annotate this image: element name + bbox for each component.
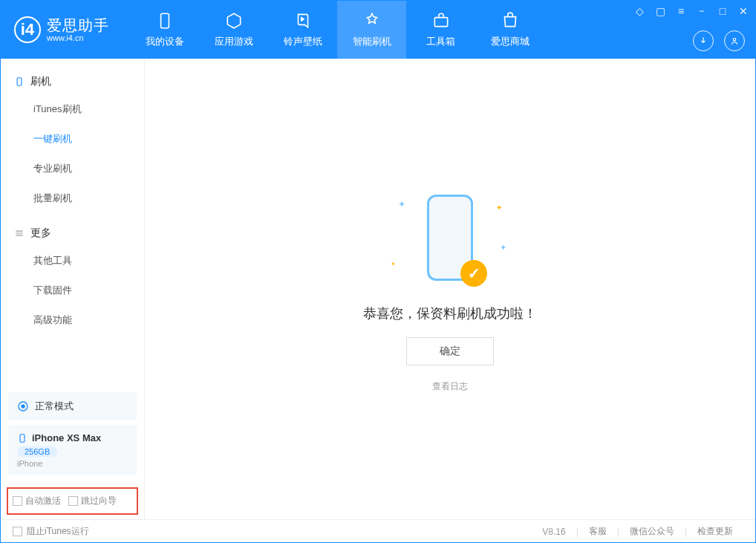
checkbox-icon — [68, 496, 78, 506]
checkbox-label: 自动激活 — [25, 495, 61, 507]
options-highlight-box: 自动激活 跳过向导 — [7, 487, 138, 515]
logo-icon: i4 — [14, 16, 41, 43]
app-subtitle: www.i4.cn — [47, 33, 109, 42]
success-message: 恭喜您，保资料刷机成功啦！ — [363, 305, 537, 322]
confirm-button[interactable]: 确定 — [406, 337, 494, 365]
footer-bar: 阻止iTunes运行 V8.16 | 客服 | 微信公众号 | 检查更新 — [1, 519, 755, 543]
window-controls: ◇ ▢ ≡ － □ ✕ — [633, 5, 749, 17]
tab-label: 应用游戏 — [215, 35, 253, 48]
footer-link-support[interactable]: 客服 — [579, 525, 617, 538]
tab-ringtone-wallpaper[interactable]: 铃声壁纸 — [268, 1, 337, 59]
tab-label: 工具箱 — [426, 35, 455, 48]
main-content: ✦ ✦ ✦ ✦ ✓ 恭喜您，保资料刷机成功啦！ 确定 查看日志 — [145, 59, 755, 519]
device-type-text: iPhone — [17, 459, 128, 468]
close-icon[interactable]: ✕ — [737, 5, 749, 17]
maximize-icon[interactable]: □ — [717, 5, 729, 17]
sparkle-icon: ✦ — [496, 204, 502, 212]
svg-point-5 — [22, 405, 25, 408]
sparkle-icon: ✦ — [500, 243, 506, 253]
user-icon[interactable] — [724, 30, 745, 51]
device-detail-box[interactable]: iPhone XS Max 256GB iPhone — [8, 425, 137, 475]
mode-label: 正常模式 — [35, 400, 74, 413]
svg-rect-6 — [20, 434, 25, 442]
nav-tabs: 我的设备 应用游戏 铃声壁纸 智能刷机 工具箱 爱思商城 — [130, 1, 544, 59]
footer-link-update[interactable]: 检查更新 — [687, 525, 743, 538]
sparkle-icon: ✦ — [398, 199, 405, 209]
sparkle-icon: ✦ — [391, 261, 396, 267]
download-icon[interactable] — [693, 30, 714, 51]
sidebar-section-more: 更多 — [1, 221, 144, 246]
skin-icon[interactable]: ◇ — [633, 5, 645, 17]
device-storage-badge: 256GB — [17, 446, 57, 457]
svg-rect-3 — [17, 78, 22, 86]
feedback-icon[interactable]: ▢ — [654, 5, 666, 17]
tab-smart-flash[interactable]: 智能刷机 — [337, 1, 406, 59]
tab-store[interactable]: 爱思商城 — [475, 1, 544, 59]
tab-toolbox[interactable]: 工具箱 — [406, 1, 475, 59]
sidebar-item-other-tools[interactable]: 其他工具 — [1, 246, 144, 276]
app-header: i4 爱思助手 www.i4.cn 我的设备 应用游戏 铃声壁纸 智能刷机 工具… — [1, 1, 755, 59]
sidebar: 刷机 iTunes刷机 一键刷机 专业刷机 批量刷机 更多 其他工具 下载固件 … — [1, 59, 145, 519]
device-name-text: iPhone XS Max — [32, 432, 101, 443]
view-log-link[interactable]: 查看日志 — [432, 380, 468, 393]
tab-label: 铃声壁纸 — [284, 35, 322, 48]
version-text: V8.16 — [532, 527, 576, 537]
sidebar-item-itunes-flash[interactable]: iTunes刷机 — [1, 94, 144, 124]
checkmark-icon: ✓ — [460, 260, 487, 287]
tab-label: 我的设备 — [146, 35, 184, 48]
checkbox-block-itunes[interactable]: 阻止iTunes运行 — [13, 525, 89, 538]
menu-icon[interactable]: ≡ — [675, 5, 687, 17]
minimize-icon[interactable]: － — [696, 5, 708, 17]
checkbox-skip-guide[interactable]: 跳过向导 — [68, 495, 117, 507]
sidebar-item-oneclick-flash[interactable]: 一键刷机 — [1, 124, 144, 154]
app-title: 爱思助手 — [47, 17, 109, 33]
checkbox-label: 阻止iTunes运行 — [27, 525, 89, 538]
section-title-text: 更多 — [30, 227, 51, 240]
tab-apps-games[interactable]: 应用游戏 — [199, 1, 268, 59]
footer-link-wechat[interactable]: 微信公众号 — [619, 525, 685, 538]
device-mode-box[interactable]: 正常模式 — [8, 392, 137, 420]
logo-block: i4 爱思助手 www.i4.cn — [1, 16, 123, 43]
svg-point-2 — [733, 39, 736, 42]
sidebar-section-flash: 刷机 — [1, 69, 144, 94]
checkbox-icon — [13, 527, 22, 536]
sidebar-item-download-firmware[interactable]: 下载固件 — [1, 276, 144, 305]
tab-label: 爱思商城 — [491, 35, 529, 48]
svg-rect-0 — [160, 13, 169, 28]
checkbox-icon — [13, 496, 22, 506]
sidebar-item-advanced[interactable]: 高级功能 — [1, 305, 144, 335]
tab-my-device[interactable]: 我的设备 — [130, 1, 199, 59]
sidebar-item-pro-flash[interactable]: 专业刷机 — [1, 154, 144, 183]
sidebar-item-batch-flash[interactable]: 批量刷机 — [1, 183, 144, 213]
checkbox-label: 跳过向导 — [81, 495, 117, 507]
section-title-text: 刷机 — [30, 75, 51, 88]
success-illustration: ✦ ✦ ✦ ✦ ✓ — [376, 186, 524, 290]
svg-rect-1 — [434, 18, 447, 27]
header-action-icons — [693, 30, 745, 51]
tab-label: 智能刷机 — [353, 35, 391, 48]
checkbox-auto-activate[interactable]: 自动激活 — [13, 495, 61, 507]
